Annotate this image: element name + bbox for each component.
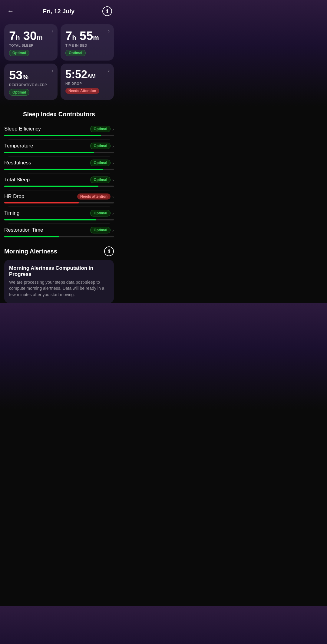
stat-card-total-sleep[interactable]: › 7h 30m TOTAL SLEEP Optimal xyxy=(4,24,58,61)
morning-alertness-section: Morning Alertness ℹ Morning Alertness Co… xyxy=(0,240,118,303)
contributor-name: Restfulness xyxy=(4,160,31,166)
chevron-icon: › xyxy=(108,28,110,34)
progress-bar-fill xyxy=(4,202,79,203)
chevron-right-icon: › xyxy=(112,194,114,199)
morning-alertness-title: Morning Alertness xyxy=(4,248,57,255)
contributors-list: Sleep Efficiency Optimal › Temperature O… xyxy=(0,123,118,240)
progress-bar-bg xyxy=(4,219,114,220)
chevron-right-icon: › xyxy=(112,228,114,233)
status-badge: Needs attention xyxy=(77,193,111,200)
stat-label-restorative-sleep: RESTORATIVE SLEEP xyxy=(9,83,53,87)
stat-value-total-sleep: 7h 30m xyxy=(9,29,53,42)
stat-label-time-in-bed: TIME IN BED xyxy=(65,44,109,47)
contributor-row-hr-drop[interactable]: HR Drop Needs attention › xyxy=(4,190,114,206)
stat-value-restorative-sleep: 53% xyxy=(9,68,53,82)
contributor-name: Temperature xyxy=(4,143,33,149)
progress-bar-fill xyxy=(4,152,94,153)
contributor-name: Restoration Time xyxy=(4,227,43,233)
status-badge-hr-drop: Needs Attention xyxy=(65,88,99,94)
contributor-name: HR Drop xyxy=(4,193,24,200)
stats-grid: › 7h 30m TOTAL SLEEP Optimal › 7h 55m TI… xyxy=(0,19,118,105)
morning-alertness-card-title: Morning Alertness Computation in Progres… xyxy=(9,265,109,277)
progress-bar-fill xyxy=(4,186,98,187)
progress-bar-bg xyxy=(4,152,114,153)
stat-value-time-in-bed: 7h 55m xyxy=(65,29,109,42)
stat-label-hr-drop: HR DROP xyxy=(65,82,109,85)
progress-bar-bg xyxy=(4,236,114,237)
status-badge: Optimal xyxy=(90,210,111,216)
chevron-right-icon: › xyxy=(112,160,114,166)
progress-bar-bg xyxy=(4,135,114,136)
chevron-icon: › xyxy=(108,68,110,73)
stat-card-restorative-sleep[interactable]: › 53% RESTORATIVE SLEEP Optimal xyxy=(4,64,58,100)
contributor-name: Sleep Efficiency xyxy=(4,126,41,132)
contributor-row-timing[interactable]: Timing Optimal › xyxy=(4,207,114,223)
contributor-name: Total Sleep xyxy=(4,177,30,183)
header: ← Fri, 12 July ℹ xyxy=(0,0,118,19)
status-badge: Optimal xyxy=(90,143,111,149)
progress-bar-fill xyxy=(4,236,59,237)
stat-value-hr-drop: 5:52AM xyxy=(65,68,109,81)
info-button[interactable]: ℹ xyxy=(102,6,112,16)
morning-alertness-header: Morning Alertness ℹ xyxy=(4,246,114,256)
chevron-right-icon: › xyxy=(112,211,114,216)
progress-bar-fill xyxy=(4,169,103,170)
stat-card-hr-drop[interactable]: › 5:52AM HR DROP Needs Attention xyxy=(61,64,114,100)
contributor-row-restoration-time[interactable]: Restoration Time Optimal › xyxy=(4,224,114,240)
status-badge: Optimal xyxy=(90,126,111,132)
page-title: Fri, 12 July xyxy=(43,8,75,15)
progress-bar-bg xyxy=(4,169,114,170)
status-badge-time-in-bed: Optimal xyxy=(65,50,86,56)
chevron-icon: › xyxy=(52,28,53,34)
contributor-row-restfulness[interactable]: Restfulness Optimal › xyxy=(4,157,114,173)
morning-alertness-card: Morning Alertness Computation in Progres… xyxy=(4,260,114,303)
contributor-name: Timing xyxy=(4,210,19,216)
progress-bar-bg xyxy=(4,186,114,187)
progress-bar-fill xyxy=(4,135,101,136)
chevron-right-icon: › xyxy=(112,144,114,149)
status-badge-total-sleep: Optimal xyxy=(9,50,29,56)
back-button[interactable]: ← xyxy=(6,6,15,16)
status-badge-restorative-sleep: Optimal xyxy=(9,89,29,96)
progress-bar-fill xyxy=(4,219,96,220)
morning-info-button[interactable]: ℹ xyxy=(104,246,114,256)
progress-bar-bg xyxy=(4,202,114,203)
stat-card-time-in-bed[interactable]: › 7h 55m TIME IN BED Optimal xyxy=(61,24,114,61)
chevron-right-icon: › xyxy=(112,177,114,183)
status-badge: Optimal xyxy=(90,177,111,183)
contributors-section-title: Sleep Index Contributors xyxy=(0,105,118,123)
contributor-row-sleep-efficiency[interactable]: Sleep Efficiency Optimal › xyxy=(4,123,114,139)
contributor-row-temperature[interactable]: Temperature Optimal › xyxy=(4,140,114,156)
chevron-icon: › xyxy=(52,68,53,73)
chevron-right-icon: › xyxy=(112,127,114,132)
contributor-row-total-sleep[interactable]: Total Sleep Optimal › xyxy=(4,173,114,190)
status-badge: Optimal xyxy=(90,227,111,233)
status-badge: Optimal xyxy=(90,160,111,166)
stat-label-total-sleep: TOTAL SLEEP xyxy=(9,44,53,47)
morning-alertness-card-text: We are processing your steps data post-s… xyxy=(9,279,109,298)
